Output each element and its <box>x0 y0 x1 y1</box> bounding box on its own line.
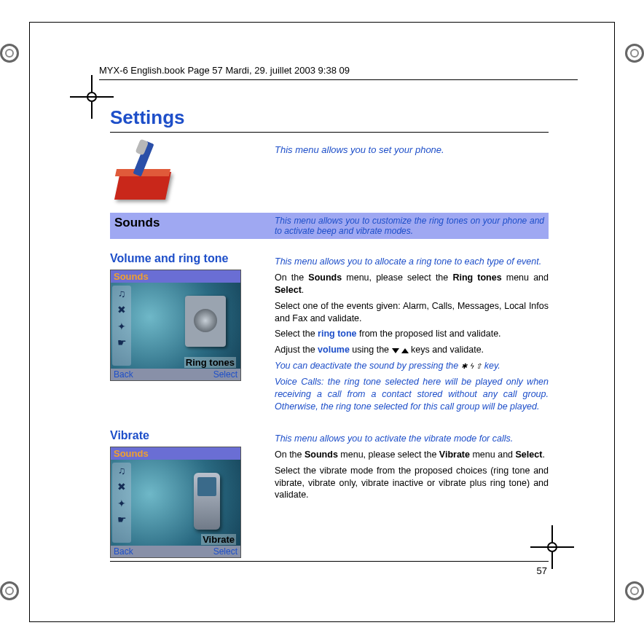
side-icons: ♫✖✦☛ <box>112 286 131 366</box>
binding-ring <box>0 44 19 63</box>
volume-p4: Adjust the volume using the keys and val… <box>275 344 549 356</box>
speaker-icon <box>185 296 226 347</box>
softkey-back: Back <box>114 369 133 380</box>
crop-mark-icon <box>70 75 114 119</box>
side-icons: ♫✖✦☛ <box>112 463 131 543</box>
volume-p5: You can deactivate the sound by pressing… <box>275 360 549 372</box>
running-header: MYX-6 English.book Page 57 Mardi, 29. ju… <box>99 65 350 76</box>
softkey-select: Select <box>213 546 237 557</box>
phone-icon <box>194 473 220 530</box>
subheading-volume: Volume and ring tone <box>110 252 270 265</box>
screen-label: Vibrate <box>201 534 236 545</box>
screen-title: Sounds <box>111 447 240 460</box>
mute-key-icon: ✱ ϟ ⇧ <box>461 361 482 372</box>
page-title: Settings <box>110 106 549 129</box>
page-number: 57 <box>537 565 547 576</box>
phone-screenshot-vibrate: Sounds ♫✖✦☛ Vibrate Back Select <box>110 447 241 558</box>
vibrate-p2: Select the vibrate mode from the propose… <box>275 465 549 502</box>
softkey-select: Select <box>213 369 237 380</box>
volume-p3: Select the ring tone from the proposed l… <box>275 328 549 340</box>
band-heading: Sounds <box>114 216 270 236</box>
vibrate-p1: On the Sounds menu, please select the Vi… <box>275 449 549 461</box>
band-desc: This menu allows you to customize the ri… <box>270 216 544 236</box>
phone-screenshot-ringtones: Sounds ♫✖✦☛ Ring tones Back Select <box>110 270 241 381</box>
volume-p2: Select one of the events given: Alarm, C… <box>275 300 549 325</box>
intro-text: This menu allows you to set your phone. <box>275 144 549 155</box>
down-up-keys-icon <box>392 345 409 357</box>
softkey-back: Back <box>114 546 133 557</box>
header-rule <box>99 79 578 80</box>
binding-ring <box>0 581 19 600</box>
section-band-sounds: Sounds This menu allows you to customize… <box>110 213 549 239</box>
volume-p1: On the Sounds menu, please select the Ri… <box>275 272 549 297</box>
binding-ring <box>625 44 644 63</box>
page-frame: MYX-6 English.book Page 57 Mardi, 29. ju… <box>29 22 615 622</box>
volume-desc: This menu allows you to allocate a ring … <box>275 256 549 268</box>
vibrate-desc: This menu allows you to activate the vib… <box>275 433 549 445</box>
volume-p6: Voice Calls: the ring tone selected here… <box>275 376 549 413</box>
binding-ring <box>625 581 644 600</box>
footer-rule <box>110 561 549 562</box>
toolbox-icon <box>110 141 183 200</box>
screen-title: Sounds <box>111 270 240 283</box>
subheading-vibrate: Vibrate <box>110 429 270 442</box>
screen-label: Ring tones <box>184 357 236 368</box>
